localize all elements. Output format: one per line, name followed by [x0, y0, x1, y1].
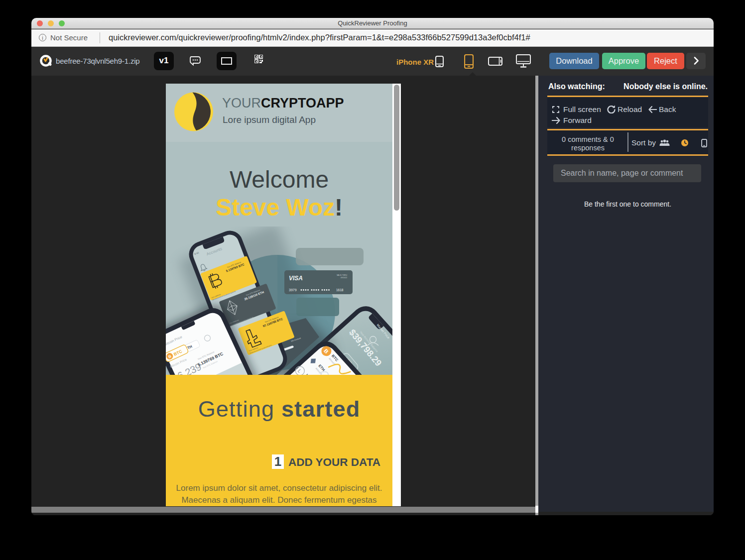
svg-text:3979: 3979 [289, 288, 297, 292]
svg-text:1618: 1618 [336, 288, 344, 292]
svg-text:09/2022: 09/2022 [341, 277, 347, 279]
svg-text:VALID THRU: VALID THRU [337, 274, 347, 276]
svg-text:VISA: VISA [289, 275, 303, 282]
